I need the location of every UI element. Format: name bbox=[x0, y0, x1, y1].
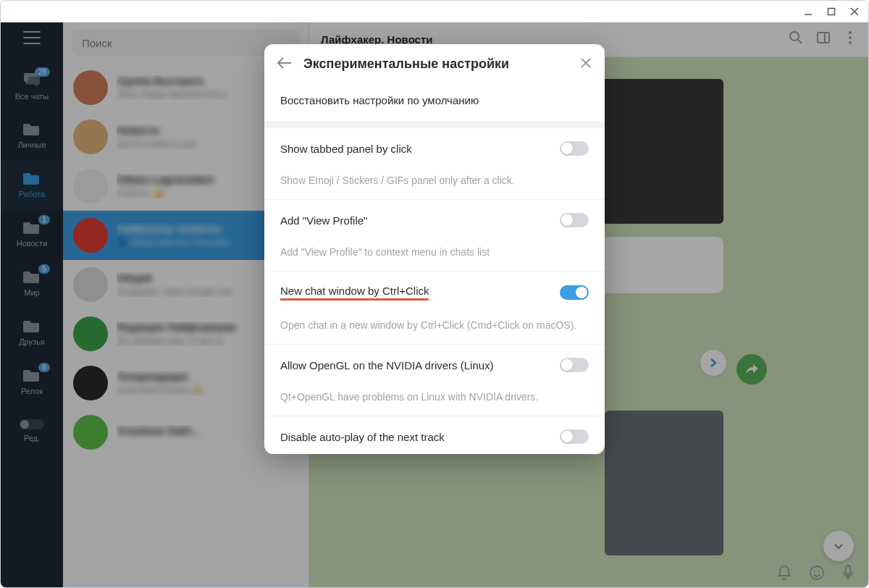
setting-tabbed-panel[interactable]: Show tabbed panel by click bbox=[264, 128, 605, 166]
toggle[interactable] bbox=[560, 141, 589, 156]
app-window: 28 Все чаты Личные Работа 1 Новости 5 Ми… bbox=[0, 0, 869, 588]
toggle[interactable] bbox=[560, 285, 589, 300]
setting-desc: Open chat in a new window by Ctrl+Click … bbox=[264, 311, 605, 345]
toggle[interactable] bbox=[560, 213, 589, 227]
minimize-button[interactable] bbox=[803, 7, 813, 17]
close-window-button[interactable] bbox=[849, 7, 860, 17]
setting-desc: Add "View Profile" to context menu in ch… bbox=[264, 238, 605, 272]
setting-opengl-nvidia[interactable]: Allow OpenGL on the NVIDIA drivers (Linu… bbox=[264, 345, 605, 382]
dialog-title: Экспериментальные настройки bbox=[303, 56, 568, 72]
close-icon[interactable] bbox=[580, 56, 592, 72]
setting-desc: Show Emoji / Stickers / GIFs panel only … bbox=[264, 166, 605, 200]
experimental-settings-dialog: Экспериментальные настройки Восстановить… bbox=[264, 44, 605, 454]
toggle[interactable] bbox=[560, 358, 589, 372]
setting-view-profile[interactable]: Add "View Profile" bbox=[264, 200, 605, 238]
svg-rect-1 bbox=[828, 8, 835, 14]
setting-new-window-ctrl-click[interactable]: New chat window by Ctrl+Click bbox=[264, 272, 605, 311]
reset-defaults[interactable]: Восстановить настройки по умолчанию bbox=[264, 83, 605, 128]
setting-desc: Qt+OpenGL have problems on Linux with NV… bbox=[264, 382, 605, 416]
titlebar bbox=[1, 1, 868, 22]
back-icon[interactable] bbox=[277, 56, 292, 72]
toggle[interactable] bbox=[560, 429, 589, 444]
setting-disable-autoplay[interactable]: Disable auto-play of the next track bbox=[264, 416, 605, 454]
maximize-button[interactable] bbox=[826, 7, 836, 17]
